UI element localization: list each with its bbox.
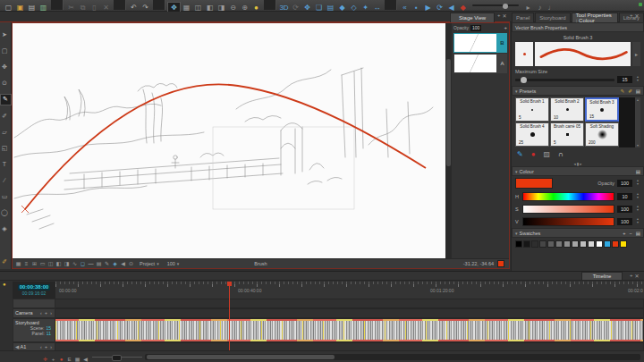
pencil-corner-icon[interactable]: ✐ xyxy=(2,258,7,265)
light-table-icon[interactable]: ◻ xyxy=(79,260,87,268)
add-layer-icon[interactable]: + xyxy=(504,25,507,30)
colour-swatch[interactable] xyxy=(580,240,587,248)
preview-expand-button[interactable]: ▸ xyxy=(632,42,640,66)
empty-track-body[interactable] xyxy=(55,299,644,308)
add-view-icon[interactable]: + xyxy=(630,273,633,279)
pencil-tool-icon[interactable]: ✐ xyxy=(0,111,10,121)
current-colour-swatch[interactable] xyxy=(497,260,504,267)
camera-track-controls[interactable]: ‹ + › xyxy=(40,310,53,316)
layer-thumbnail[interactable] xyxy=(454,55,496,72)
value-slider[interactable] xyxy=(522,217,614,226)
hue-stepper[interactable]: ▴▾ xyxy=(635,193,640,200)
grid-icon[interactable]: ⊞ xyxy=(30,260,38,268)
colour-menu-icon[interactable]: ▤ xyxy=(636,169,640,174)
saturation-slider[interactable] xyxy=(522,205,614,214)
eraser-preset-icon[interactable]: ● xyxy=(531,150,536,158)
hand-tool-icon[interactable]: ✥ xyxy=(0,63,10,72)
layer-item[interactable]: A xyxy=(453,54,507,73)
brush-preset-card[interactable]: Soft Shading 200 xyxy=(585,122,619,147)
remove-swatch-icon[interactable]: − xyxy=(630,231,632,236)
separator[interactable] xyxy=(153,0,165,10)
playback-volume-slider[interactable] xyxy=(472,1,519,11)
rect-overlay-icon[interactable]: ▭ xyxy=(38,260,47,268)
hue-value[interactable]: 10 xyxy=(617,193,632,200)
layer-thumbnail[interactable] xyxy=(454,34,496,52)
panel-tab[interactable]: Tool Properties : Colour xyxy=(572,13,618,22)
colour-swatch[interactable] xyxy=(531,240,538,248)
guides-icon[interactable]: ⊙ xyxy=(127,260,135,268)
tab-stage-view[interactable]: Stage View xyxy=(450,13,495,22)
close-view-icon[interactable]: ✕ xyxy=(635,273,640,279)
add-transition-icon[interactable]: ✛ xyxy=(41,356,49,362)
frame-tool-icon[interactable]: ▢ xyxy=(0,46,10,56)
preset-menu-icon[interactable]: ▤ xyxy=(636,88,640,94)
eraser-tool-icon[interactable]: ◱ xyxy=(0,143,10,153)
wave-icon[interactable]: ∿ xyxy=(71,260,79,268)
opacity-value[interactable]: 100 xyxy=(617,180,632,187)
tab-timeline[interactable]: Timeline xyxy=(581,272,623,280)
onion-prev-icon[interactable]: ◨ xyxy=(63,260,71,268)
effects-icon[interactable]: ◈ xyxy=(111,260,119,268)
audio-icon[interactable]: ◀ xyxy=(81,356,89,362)
pencil-icon[interactable]: ✎ xyxy=(103,260,111,268)
colour-swatch[interactable] xyxy=(515,240,522,248)
brush-preset-card[interactable]: Solid Brush 3 15 xyxy=(585,97,619,122)
add-view-icon[interactable]: + xyxy=(497,13,501,19)
saturation-value[interactable]: 100 xyxy=(617,206,632,213)
layer-item[interactable]: B xyxy=(453,33,507,53)
safe-area-icon[interactable]: ≡ xyxy=(22,260,30,268)
dropper-tool-icon[interactable]: ◈ xyxy=(0,223,10,233)
colour-swatch[interactable] xyxy=(596,240,603,248)
brush-preset-card[interactable]: Solid Brush 2 10 xyxy=(550,97,584,122)
colour-swatch[interactable] xyxy=(539,240,547,248)
layer-opacity-value[interactable]: 100 xyxy=(470,25,481,31)
playhead[interactable] xyxy=(229,282,230,350)
ellipse-tool-icon[interactable]: ◯ xyxy=(0,207,10,217)
rectangle-tool-icon[interactable]: ▭ xyxy=(0,191,10,201)
speaker-icon[interactable]: ◀ xyxy=(15,344,19,349)
current-colour-preview[interactable] xyxy=(515,178,553,189)
stamp-tool-icon[interactable]: ▱ xyxy=(0,127,10,137)
max-size-stepper[interactable]: ▴▾ xyxy=(635,76,640,83)
colour-swatch[interactable] xyxy=(547,240,555,248)
canvas-scrollbar[interactable] xyxy=(445,23,452,259)
colour-header[interactable]: ▾ Colour ▤ xyxy=(512,166,644,176)
brush-preset-card[interactable]: Solid Brush 1 5 xyxy=(515,97,549,122)
storyboard-track-header[interactable]: Storyboard Scene:15 Panel:11 xyxy=(13,318,55,342)
fields-icon[interactable]: ◧ xyxy=(55,260,63,268)
separator[interactable] xyxy=(51,0,64,10)
colour-swatch[interactable] xyxy=(612,240,619,248)
sound-icon[interactable]: ◀ xyxy=(119,260,127,268)
colour-swatch[interactable] xyxy=(620,240,627,248)
text-tool-icon[interactable]: T xyxy=(0,159,10,169)
value-value[interactable]: 100 xyxy=(617,218,632,225)
edit-icon[interactable]: E xyxy=(65,356,73,362)
separator[interactable] xyxy=(114,0,126,10)
camera-mask-icon[interactable]: ▦ xyxy=(14,260,22,268)
brush-preset-card[interactable]: Brush carré 05 5 xyxy=(550,122,584,147)
panel-tab[interactable]: Storyboard xyxy=(535,13,570,22)
presets-header[interactable]: ▾ Presets ✎ ✐ ▤ xyxy=(512,86,644,96)
storyboard-thumbnails-strip[interactable] xyxy=(55,318,644,342)
tooltip-bulb-icon[interactable]: ● xyxy=(3,282,6,287)
add-swatch-icon[interactable]: + xyxy=(623,231,625,236)
opacity-stepper[interactable]: ▴▾ xyxy=(635,180,640,187)
add-view-icon[interactable]: + xyxy=(630,13,633,19)
marker-icon[interactable]: ● xyxy=(57,356,65,362)
camera-track-header[interactable]: Camera ‹ + › xyxy=(13,308,55,318)
max-size-value[interactable]: 15 xyxy=(617,76,632,83)
delete-preset-icon[interactable]: ✐ xyxy=(628,88,632,94)
add-icon[interactable]: + xyxy=(49,356,57,362)
swatches-header[interactable]: ▾ Swatches + − ▤ xyxy=(512,228,644,238)
select-tool-icon[interactable]: ➤ xyxy=(0,30,10,40)
separator[interactable] xyxy=(385,0,397,10)
zoom-dropdown[interactable]: 100▾ xyxy=(167,261,180,266)
timeline-ruler[interactable]: 00:00:0000:00:40:0000:01:20:0000:02:0 xyxy=(55,282,644,299)
swatch-menu-icon[interactable]: ▤ xyxy=(636,231,640,236)
hue-slider[interactable] xyxy=(522,192,614,201)
line-tool-icon[interactable]: ∕ xyxy=(0,175,10,185)
colour-swatch[interactable] xyxy=(564,240,571,248)
camera-track-body[interactable] xyxy=(55,308,644,318)
close-view-icon[interactable]: ✕ xyxy=(635,13,640,19)
layers-icon[interactable]: ▤ xyxy=(95,260,103,268)
